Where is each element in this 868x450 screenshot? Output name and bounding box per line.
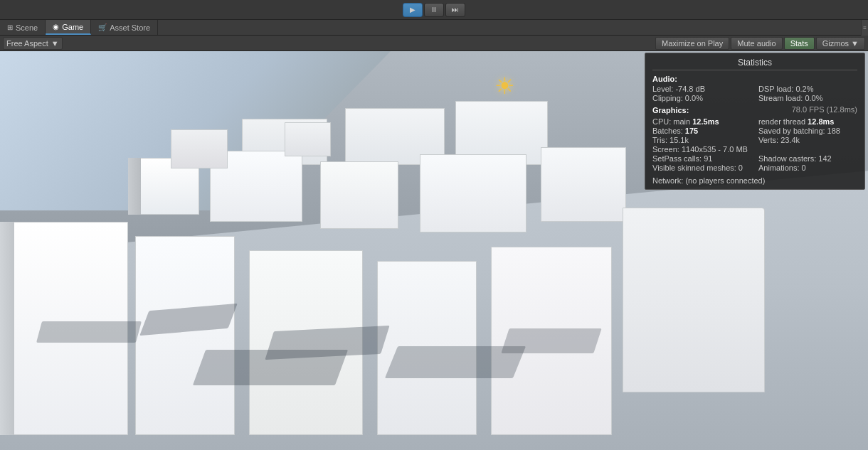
tab-asset-store-label: Asset Store xyxy=(110,23,150,32)
top-toolbar: ▶ ⏸ ⏭ xyxy=(0,0,868,20)
setpass-label: SetPass calls: 91 xyxy=(652,154,751,163)
stats-button[interactable]: Stats xyxy=(784,37,815,50)
wall-side-2 xyxy=(0,222,14,435)
wall-mid-3 xyxy=(320,161,398,229)
play-icon: ▶ xyxy=(410,6,416,14)
graphics-header: Graphics: xyxy=(652,106,689,114)
batches-row: Batches: 175 Saved by batching: 188 xyxy=(652,127,857,135)
audio-header: Audio: xyxy=(652,75,857,83)
tab-bar-collapse[interactable]: ≡ xyxy=(861,20,868,36)
screen-row: Screen: 1140x535 - 7.0 MB xyxy=(652,145,857,154)
audio-clipping: Clipping: 0.0% xyxy=(652,94,751,102)
aspect-label: Free Aspect xyxy=(6,39,48,48)
audio-stream: Stream load: 0.0% xyxy=(751,94,857,102)
right-controls: Maximize on Play Mute audio Stats Gizmos… xyxy=(655,37,865,50)
animations-label: Animations: 0 xyxy=(751,164,857,172)
wall-mid-5 xyxy=(541,147,626,222)
dropdown-arrow-icon: ▼ xyxy=(51,39,59,48)
mute-audio-button[interactable]: Mute audio xyxy=(731,37,782,50)
wall-front-center-1 xyxy=(135,236,235,435)
stats-title: Statistics xyxy=(652,58,857,70)
tab-game[interactable]: ◉ Game xyxy=(46,20,91,35)
gizmos-button[interactable]: Gizmos ▼ xyxy=(816,37,865,50)
audio-level-row: Level: -74.8 dB DSP load: 0.2% xyxy=(652,85,857,93)
audio-dsp: DSP load: 0.2% xyxy=(751,85,857,93)
wall-small-1 xyxy=(171,129,228,168)
play-button[interactable]: ▶ xyxy=(403,3,423,17)
setpass-row: SetPass calls: 91 Shadow casters: 142 xyxy=(652,154,857,163)
shadow-label: Shadow casters: 142 xyxy=(751,154,857,163)
tris-label: Tris: 15.1k xyxy=(652,136,751,144)
tris-row: Tris: 15.1k Verts: 23.4k xyxy=(652,136,857,144)
game-area: ☀ Statistics Audio: Level: -74.8 dB DSP … xyxy=(0,51,868,450)
network-label: Network: (no players connected) xyxy=(652,176,857,185)
skinned-label: Visible skinned meshes: 0 xyxy=(652,164,751,172)
step-button[interactable]: ⏭ xyxy=(445,3,465,17)
scene-canvas: ☀ Statistics Audio: Level: -74.8 dB DSP … xyxy=(0,51,868,450)
batching-label: Saved by batching: 188 xyxy=(751,127,857,135)
step-icon: ⏭ xyxy=(452,6,459,14)
batches-label: Batches: 175 xyxy=(652,127,751,135)
pause-icon: ⏸ xyxy=(430,6,438,14)
tab-scene-label: Scene xyxy=(16,23,38,32)
wall-front-right xyxy=(623,208,765,392)
tab-bar: ⊞ Scene ◉ Game 🛒 Asset Store ≡ xyxy=(0,20,868,36)
shadow-6 xyxy=(193,350,348,385)
verts-label: Verts: 23.4k xyxy=(751,136,857,144)
graphics-fps-row: Graphics: 78.0 FPS (12.8ms) xyxy=(652,103,857,116)
sun-icon: ☀ xyxy=(494,73,520,98)
render-label: render thread 12.8ms xyxy=(751,117,857,126)
control-bar: Free Aspect ▼ Maximize on Play Mute audi… xyxy=(0,36,868,51)
wall-side-1 xyxy=(128,158,141,215)
audio-level: Level: -74.8 dB xyxy=(652,85,751,93)
wall-mid-4 xyxy=(420,154,526,232)
stats-panel: Statistics Audio: Level: -74.8 dB DSP lo… xyxy=(645,53,865,190)
tab-scene[interactable]: ⊞ Scene xyxy=(0,20,46,35)
audio-clipping-row: Clipping: 0.0% Stream load: 0.0% xyxy=(652,94,857,102)
fps-value: 78.0 FPS (12.8ms) xyxy=(792,105,857,114)
shadow-5 xyxy=(501,328,601,353)
tab-game-label: Game xyxy=(62,23,83,31)
cpu-row: CPU: main 12.5ms render thread 12.8ms xyxy=(652,117,857,126)
asset-store-icon: 🛒 xyxy=(98,23,107,31)
gizmos-label: Gizmos xyxy=(822,39,849,48)
maximize-on-play-button[interactable]: Maximize on Play xyxy=(655,37,729,50)
aspect-dropdown[interactable]: Free Aspect ▼ xyxy=(3,37,63,50)
gizmos-arrow-icon: ▼ xyxy=(851,39,859,48)
pause-button[interactable]: ⏸ xyxy=(424,3,444,17)
tab-asset-store[interactable]: 🛒 Asset Store xyxy=(91,20,158,35)
wall-small-2 xyxy=(285,122,331,156)
scene-icon: ⊞ xyxy=(7,23,13,31)
game-icon: ◉ xyxy=(53,23,59,31)
skinned-row: Visible skinned meshes: 0 Animations: 0 xyxy=(652,164,857,172)
cpu-label: CPU: main 12.5ms xyxy=(652,117,751,126)
screen-label: Screen: 1140x535 - 7.0 MB xyxy=(652,145,857,154)
playback-controls: ▶ ⏸ ⏭ xyxy=(403,3,465,17)
shadow-3 xyxy=(36,321,142,343)
